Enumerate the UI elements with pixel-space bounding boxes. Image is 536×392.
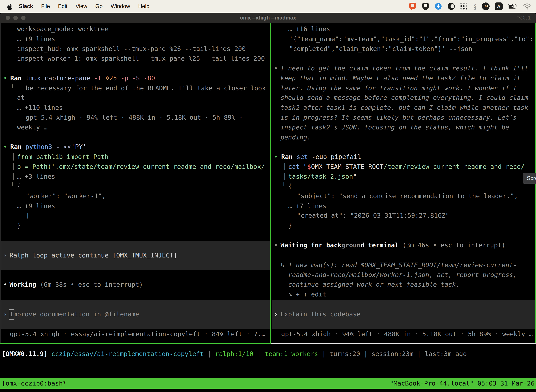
window-shortcut-badge: ⌥⌘1 — [517, 13, 531, 23]
menu-item-edit[interactable]: Edit — [54, 3, 72, 9]
screen-tooltip: Scre — [523, 173, 536, 184]
tmux-session-label[interactable]: [omx-cczip0:bash* — [2, 378, 67, 389]
text-cursor — [9, 309, 14, 320]
line-text: [OMX#0.11.9] cczip/essay/ai-reimplementa… — [2, 349, 467, 359]
right-pane-bottom-border — [271, 343, 536, 344]
menu-item-file[interactable]: File — [37, 3, 54, 9]
text-segment: | — [257, 350, 265, 357]
left-prompt-input-box[interactable] — [1, 300, 270, 329]
text-segment: | — [364, 350, 371, 357]
moon-circle-icon[interactable] — [447, 2, 455, 10]
pane-divider[interactable] — [270, 23, 271, 344]
text-segment: | — [207, 350, 215, 357]
apple-menu-icon[interactable] — [7, 3, 12, 10]
text-segment: session:23m — [371, 350, 417, 357]
window-title: omx --xhigh --madmax — [0, 13, 536, 23]
text-segment: | — [322, 350, 330, 357]
hook-icon[interactable]: § — [473, 2, 477, 10]
ralph-status-box — [1, 241, 270, 270]
counter-badge-icon[interactable]: ..61 — [482, 2, 490, 10]
bolt-circle-icon[interactable] — [434, 2, 442, 10]
left-pane-bottom-border — [0, 343, 271, 344]
text-segment: team:1 workers — [265, 350, 322, 357]
chat-app-icon[interactable] — [409, 2, 417, 10]
text-segment: last:3m ago — [425, 350, 467, 357]
text-segment: cczip/essay/ai-reimplementation-copyleft — [51, 350, 208, 357]
text-segment: ralph:1/10 — [215, 350, 257, 357]
tmux-host-clock-label: "MacBook-Pro-44.local" 05:03 31-Mar-26 — [390, 378, 535, 389]
terminal-background — [0, 23, 536, 344]
omx-session-status-line: [OMX#0.11.9] cczip/essay/ai-reimplementa… — [0, 349, 536, 359]
menu-item-help[interactable]: Help — [134, 3, 153, 9]
grid-shield-icon[interactable] — [422, 2, 429, 10]
menu-item-go[interactable]: Go — [91, 3, 107, 9]
tmux-status-bar: [omx-cczip0:bash* "MacBook-Pro-44.local"… — [0, 378, 536, 389]
menu-app-name[interactable]: Slack — [15, 3, 37, 9]
wifi-icon[interactable] — [523, 3, 531, 9]
dots-grid-icon[interactable] — [460, 3, 468, 10]
window-title-bar: omx --xhigh --madmax ⌥⌘1 — [0, 13, 536, 23]
menu-item-view[interactable]: View — [72, 3, 91, 9]
screen-tooltip-label: Scre — [527, 175, 536, 181]
menu-status-icons: § ..61 A — [409, 2, 536, 10]
macos-menu-bar: Slack File Edit View Go Window Help § ..… — [0, 0, 536, 13]
menu-item-window[interactable]: Window — [107, 3, 134, 9]
text-segment: | — [417, 350, 425, 357]
battery-icon[interactable] — [508, 4, 518, 9]
window-left-border — [0, 23, 0, 344]
text-segment: [OMX#0.11.9] — [2, 350, 51, 357]
keyboard-layout-icon[interactable]: A — [495, 2, 502, 10]
text-segment: turns:20 — [330, 350, 364, 357]
right-prompt-input-box[interactable] — [272, 300, 535, 329]
